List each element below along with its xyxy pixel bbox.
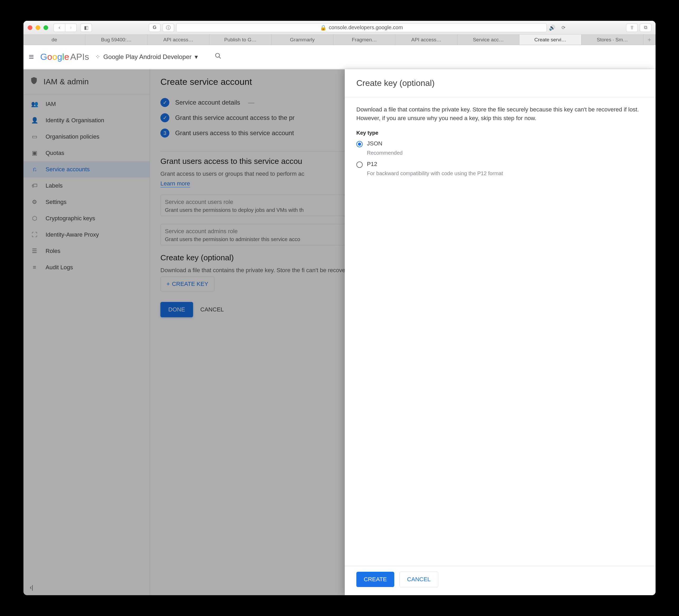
key-type-label: Key type bbox=[356, 130, 644, 136]
svg-point-0 bbox=[216, 53, 219, 57]
nav-icon: ☰ bbox=[31, 248, 38, 254]
key-type-option[interactable]: P12 bbox=[356, 161, 644, 168]
nav-label: Labels bbox=[45, 182, 63, 189]
browser-tab[interactable]: Stores · Sm… bbox=[582, 34, 643, 45]
svg-line-1 bbox=[219, 57, 221, 59]
nav-label: Cryptographic keys bbox=[45, 215, 95, 222]
search-icon[interactable] bbox=[215, 53, 222, 61]
sidebar-header: IAM & admin bbox=[24, 69, 150, 95]
drawer-cancel-button[interactable]: CANCEL bbox=[399, 572, 438, 587]
browser-tab[interactable]: Bug 59400:… bbox=[85, 34, 147, 45]
nav-icon: ⎌ bbox=[31, 166, 38, 173]
sidebar-item[interactable]: ▣Quotas bbox=[24, 145, 150, 161]
drawer-create-button[interactable]: CREATE bbox=[356, 572, 394, 587]
step-dash: — bbox=[248, 99, 255, 106]
radio-label: JSON bbox=[367, 140, 382, 147]
menu-icon[interactable]: ≡ bbox=[29, 52, 34, 62]
browser-window: ‹ › ◧ G ⓘ 🔒 console.developers.google.co… bbox=[24, 21, 655, 595]
sidebar-toggle-button[interactable]: ◧ bbox=[80, 24, 92, 32]
nav-label: Quotas bbox=[45, 150, 64, 156]
drawer-description: Download a file that contains the privat… bbox=[356, 105, 644, 123]
step-label: Grant users access to this service accou… bbox=[175, 129, 294, 137]
key-type-option[interactable]: JSON bbox=[356, 140, 644, 147]
nav-label: Service accounts bbox=[45, 166, 90, 173]
sidebar-item[interactable]: ⛶Identity-Aware Proxy bbox=[24, 226, 150, 243]
minimize-window-icon[interactable] bbox=[36, 25, 40, 30]
extension-button[interactable]: G bbox=[149, 24, 160, 32]
radio-label: P12 bbox=[367, 161, 377, 167]
google-apis-logo: GoogleAPIs bbox=[40, 52, 89, 62]
nav-icon: 👥 bbox=[31, 101, 38, 107]
nav-back-forward: ‹ › bbox=[54, 24, 77, 32]
chevron-down-icon: ▾ bbox=[195, 53, 198, 61]
drawer-footer: CREATE CANCEL bbox=[345, 566, 655, 595]
nav-label: IAM bbox=[45, 101, 56, 107]
browser-tab[interactable]: Service acc… bbox=[457, 34, 519, 45]
reload-button[interactable]: ⟳ bbox=[557, 24, 569, 32]
collapse-sidebar-button[interactable]: ‹| bbox=[24, 580, 150, 595]
browser-tab[interactable]: API access… bbox=[148, 34, 209, 45]
radio-icon bbox=[356, 161, 363, 168]
step-icon: ✓ bbox=[160, 113, 169, 122]
create-key-drawer: Create key (optional) Download a file th… bbox=[345, 69, 655, 595]
radio-icon bbox=[356, 141, 363, 147]
sidebar-item[interactable]: ⎌Service accounts bbox=[24, 161, 150, 178]
app-bar: ≡ GoogleAPIs ⁘ Google Play Android Devel… bbox=[24, 45, 655, 69]
share-button[interactable]: ⇪ bbox=[626, 24, 638, 32]
nav-icon: ⚙ bbox=[31, 199, 38, 206]
url-host: console.developers.google.com bbox=[329, 25, 403, 31]
project-selector[interactable]: ⁘ Google Play Android Developer ▾ bbox=[95, 53, 198, 61]
lock-icon: 🔒 bbox=[320, 25, 327, 31]
sidebar-item[interactable]: ⚙Settings bbox=[24, 194, 150, 210]
nav-label: Settings bbox=[45, 199, 67, 206]
reader-button[interactable]: ⓘ bbox=[162, 24, 174, 32]
nav-icon: ▭ bbox=[31, 133, 38, 140]
sidebar-item[interactable]: 👥IAM bbox=[24, 96, 150, 112]
nav-icon: ⛶ bbox=[31, 231, 38, 238]
step-label: Grant this service account access to the… bbox=[175, 114, 295, 121]
browser-tab[interactable]: Create servi… bbox=[519, 34, 581, 45]
sidebar-item[interactable]: ⬡Cryptographic keys bbox=[24, 210, 150, 226]
nav-label: Roles bbox=[45, 248, 60, 254]
browser-tab[interactable]: Grammarly bbox=[271, 34, 333, 45]
tabs-overview-button[interactable]: ⧉ bbox=[640, 24, 651, 32]
sidebar-item[interactable]: ☰Roles bbox=[24, 243, 150, 259]
plus-icon: + bbox=[166, 281, 170, 287]
maximize-window-icon[interactable] bbox=[43, 25, 48, 30]
done-button[interactable]: DONE bbox=[160, 302, 193, 317]
forward-button[interactable]: › bbox=[65, 24, 77, 32]
radio-sublabel: For backward compatibility with code usi… bbox=[367, 171, 644, 177]
titlebar: ‹ › ◧ G ⓘ 🔒 console.developers.google.co… bbox=[24, 21, 655, 34]
nav-icon: ▣ bbox=[31, 150, 38, 156]
nav-label: Organisation policies bbox=[45, 133, 99, 140]
nav-label: Identity & Organisation bbox=[45, 117, 104, 124]
audio-icon[interactable]: 🔊 bbox=[549, 25, 555, 31]
url-bar[interactable]: 🔒 console.developers.google.com bbox=[176, 23, 547, 32]
back-button[interactable]: ‹ bbox=[54, 24, 65, 32]
drawer-title: Create key (optional) bbox=[345, 69, 655, 97]
close-window-icon[interactable] bbox=[28, 25, 32, 30]
project-name: Google Play Android Developer bbox=[103, 53, 192, 61]
browser-tab[interactable]: Publish to G… bbox=[209, 34, 271, 45]
project-icon: ⁘ bbox=[95, 54, 100, 60]
step-icon: ✓ bbox=[160, 98, 169, 107]
browser-tab[interactable]: API access… bbox=[395, 34, 457, 45]
cancel-button[interactable]: CANCEL bbox=[200, 306, 224, 313]
traffic-lights bbox=[28, 25, 48, 30]
learn-more-link[interactable]: Learn more bbox=[160, 180, 190, 187]
sidebar-item[interactable]: 👤Identity & Organisation bbox=[24, 112, 150, 129]
sidebar-item[interactable]: ≡Audit Logs bbox=[24, 259, 150, 276]
radio-sublabel: Recommended bbox=[367, 150, 644, 156]
browser-tab[interactable]: de bbox=[24, 34, 85, 45]
browser-tab[interactable]: Fragmen… bbox=[333, 34, 395, 45]
nav-icon: ≡ bbox=[31, 264, 38, 271]
sidebar-title: IAM & admin bbox=[43, 77, 89, 86]
nav-label: Audit Logs bbox=[45, 264, 73, 271]
create-key-button[interactable]: + CREATE KEY bbox=[160, 277, 215, 291]
nav-label: Identity-Aware Proxy bbox=[45, 231, 99, 238]
new-tab-button[interactable]: + bbox=[643, 34, 655, 45]
step-icon: 3 bbox=[160, 129, 169, 137]
sidebar-item[interactable]: 🏷Labels bbox=[24, 178, 150, 194]
sidebar-item[interactable]: ▭Organisation policies bbox=[24, 129, 150, 145]
tab-bar: deBug 59400:…API access…Publish to G…Gra… bbox=[24, 34, 655, 45]
